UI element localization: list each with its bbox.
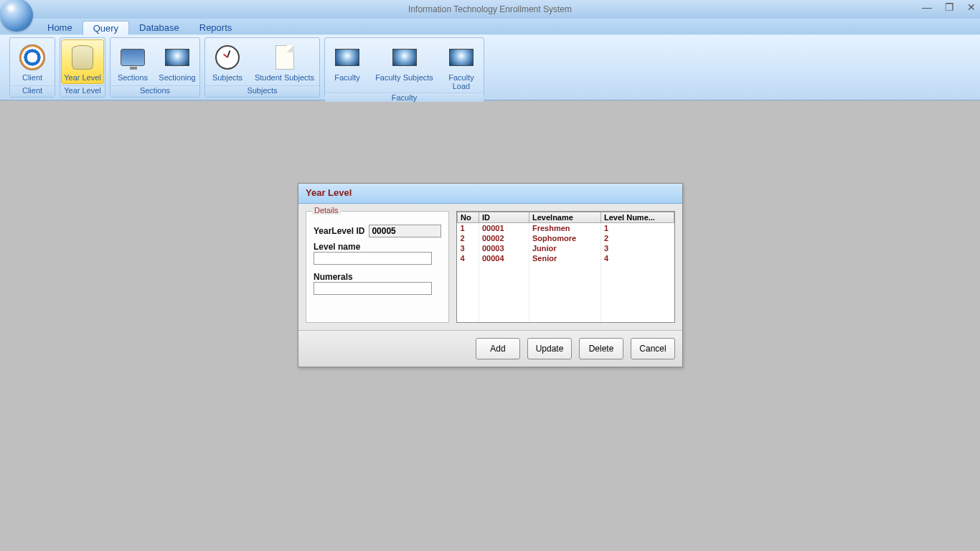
menu-home[interactable]: Home — [37, 21, 83, 34]
ribbon-group-sections: SectionsSectioningSections — [110, 37, 200, 98]
ribbon-sectioning-label: Sectioning — [159, 73, 195, 82]
ribbon-client-button[interactable]: Client — [11, 39, 54, 84]
screen-icon — [390, 43, 419, 72]
table-row[interactable]: 100001Freshmen1 — [458, 223, 674, 233]
col-3[interactable]: Level Nume... — [601, 212, 674, 223]
screen-icon — [163, 43, 192, 72]
yearlevel-id-input[interactable] — [369, 225, 441, 237]
lifebuoy-icon — [18, 43, 47, 72]
maximize-button[interactable]: ❐ — [945, 1, 954, 13]
ribbon-faculty-label: Faculty — [334, 73, 359, 82]
dialog-footer: Add Update Delete Cancel — [298, 330, 682, 367]
numerals-input[interactable] — [314, 282, 432, 295]
menu-query[interactable]: Query — [83, 21, 129, 35]
ribbon-group-year-level: Year LevelYear Level — [60, 37, 105, 98]
numerals-label: Numerals — [314, 272, 353, 282]
ribbon-group-faculty: FacultyFaculty SubjectsFaculty LoadFacul… — [324, 37, 484, 98]
ribbon-group-client: ClientClient — [9, 37, 55, 98]
col-0[interactable]: No — [458, 212, 479, 223]
clock-icon — [213, 43, 242, 72]
levelname-label: Level name — [314, 242, 360, 252]
table-row-empty — [458, 263, 674, 273]
table-row-empty — [458, 314, 674, 324]
details-groupbox: Details YearLevel ID Level name Numerals — [306, 211, 449, 323]
ribbon-faculty-subjects-label: Faculty Subjects — [375, 73, 433, 82]
menu-database[interactable]: Database — [129, 21, 189, 34]
ribbon-subjects-label: Subjects — [212, 73, 242, 82]
ribbon-group-label: Subjects — [205, 85, 319, 97]
menu-reports[interactable]: Reports — [189, 21, 242, 34]
year-level-table[interactable]: NoIDLevelnameLevel Nume...100001Freshmen… — [456, 211, 675, 323]
screen-icon — [333, 43, 362, 72]
cancel-button[interactable]: Cancel — [631, 338, 675, 359]
ribbon-group-label: Client — [10, 85, 55, 97]
ribbon-group-label: Faculty — [325, 93, 484, 102]
yearlevel-id-label: YearLevel ID — [314, 226, 364, 236]
ribbon-group-label: Year Level — [60, 85, 105, 97]
monitor-icon — [118, 43, 147, 72]
ribbon-student-subjects-button[interactable]: Student Subjects — [250, 39, 319, 84]
col-2[interactable]: Levelname — [529, 212, 601, 223]
year-level-dialog: Year Level Details YearLevel ID Level na… — [298, 183, 683, 367]
close-button[interactable]: ✕ — [967, 1, 976, 13]
ribbon-group-subjects: SubjectsStudent SubjectsSubjects — [204, 37, 320, 98]
ribbon-faculty-button[interactable]: Faculty — [326, 39, 369, 91]
table-row[interactable]: 200002Sophomore2 — [458, 233, 674, 243]
ribbon: ClientClientYear LevelYear LevelSections… — [0, 34, 980, 100]
add-button[interactable]: Add — [476, 338, 520, 359]
table-row-empty — [458, 283, 674, 293]
table-row-empty — [458, 303, 674, 314]
table-row-empty — [458, 273, 674, 283]
ribbon-sectioning-button[interactable]: Sectioning — [156, 39, 199, 84]
db-icon — [68, 43, 97, 72]
ribbon-year-level-button[interactable]: Year Level — [61, 39, 104, 84]
ribbon-group-label: Sections — [110, 85, 199, 97]
delete-button[interactable]: Delete — [579, 338, 623, 359]
dialog-title: Year Level — [298, 184, 682, 204]
ribbon-year-level-label: Year Level — [64, 73, 101, 82]
app-globe-icon — [0, 0, 33, 32]
update-button[interactable]: Update — [527, 338, 572, 359]
ribbon-subjects-button[interactable]: Subjects — [206, 39, 249, 84]
ribbon-faculty-load-label: Faculty Load — [442, 73, 481, 90]
ribbon-student-subjects-label: Student Subjects — [255, 73, 314, 82]
doc-icon — [270, 43, 299, 72]
menu-strip: HomeQueryDatabaseReports — [0, 19, 980, 34]
ribbon-sections-label: Sections — [118, 73, 148, 82]
col-1[interactable]: ID — [479, 212, 529, 223]
details-legend: Details — [312, 206, 341, 215]
table-row[interactable]: 400004Senior4 — [458, 253, 674, 263]
ribbon-faculty-subjects-button[interactable]: Faculty Subjects — [370, 39, 438, 91]
ribbon-sections-button[interactable]: Sections — [111, 39, 154, 84]
titlebar: Information Technology Enrollment System… — [0, 0, 980, 19]
ribbon-faculty-load-button[interactable]: Faculty Load — [440, 39, 483, 91]
levelname-input[interactable] — [314, 252, 432, 265]
ribbon-client-label: Client — [22, 73, 42, 82]
minimize-button[interactable]: — — [922, 1, 932, 13]
table-row-empty — [458, 293, 674, 303]
window-title: Information Technology Enrollment System — [408, 4, 572, 14]
screen-icon — [447, 43, 476, 72]
table-row[interactable]: 300003Junior3 — [458, 243, 674, 253]
